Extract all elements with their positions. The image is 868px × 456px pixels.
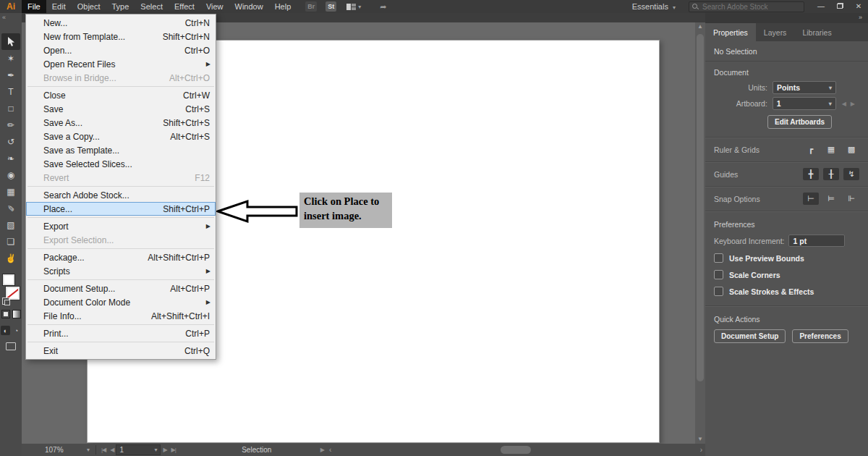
- checkbox-row-scale-corners[interactable]: Scale Corners: [705, 266, 868, 283]
- magic-wand-tool[interactable]: ✶: [1, 50, 20, 67]
- shape-builder-tool[interactable]: ◉: [1, 166, 20, 183]
- color-button[interactable]: [1, 310, 10, 318]
- close-button[interactable]: ✕: [849, 0, 868, 13]
- file-menu-item-save-a-copy[interactable]: Save a Copy...Alt+Ctrl+S: [26, 130, 216, 143]
- menu-object[interactable]: Object: [72, 0, 106, 13]
- pencil-tool[interactable]: ✏: [1, 117, 20, 133]
- file-menu-item-print[interactable]: Print...Ctrl+P: [26, 326, 216, 340]
- pen-tool[interactable]: ✒: [1, 67, 20, 83]
- stock-icon[interactable]: St: [326, 1, 336, 12]
- menu-view[interactable]: View: [200, 0, 229, 13]
- menu-type[interactable]: Type: [106, 0, 135, 13]
- symbol-flourish-tool[interactable]: ❧: [1, 150, 20, 166]
- bridge-icon[interactable]: Br: [305, 1, 317, 12]
- file-menu-item-search-adobe-stock[interactable]: Search Adobe Stock...: [26, 188, 216, 202]
- workspace-selector[interactable]: Essentials ▾: [632, 2, 676, 11]
- file-menu-item-document-color-mode[interactable]: Document Color Mode▶: [26, 295, 216, 309]
- file-menu-item-new[interactable]: New...Ctrl+N: [26, 16, 216, 30]
- snap-to-grid-icon[interactable]: ⊨: [823, 193, 839, 205]
- menu-window[interactable]: Window: [229, 0, 269, 13]
- scroll-down-icon[interactable]: ▼: [697, 435, 703, 444]
- file-menu-item-save-selected-slices[interactable]: Save Selected Slices...: [26, 157, 216, 171]
- selection-tool[interactable]: [1, 33, 20, 50]
- artboard-prev-next-icons[interactable]: ◀▶: [842, 101, 859, 107]
- artboard-tool[interactable]: ❏: [1, 233, 20, 250]
- checkbox-icon[interactable]: [714, 287, 723, 296]
- units-dropdown[interactable]: Points ▾: [773, 81, 836, 94]
- artboard-dropdown[interactable]: 1 ▾: [773, 97, 836, 110]
- file-menu-item-save-as-template[interactable]: Save as Template...: [26, 143, 216, 157]
- file-menu-item-export[interactable]: Export▶: [26, 219, 216, 233]
- eyedropper-tool[interactable]: ✎: [1, 200, 20, 216]
- rotate-tool[interactable]: ↺: [1, 133, 20, 150]
- minimize-button[interactable]: —: [812, 0, 830, 13]
- file-menu-item-close[interactable]: CloseCtrl+W: [26, 88, 216, 102]
- status-menu-arrow-icon[interactable]: ▶: [318, 447, 326, 453]
- share-icon[interactable]: ➦: [380, 2, 386, 12]
- tab-layers[interactable]: Layers: [756, 23, 795, 41]
- fill-swatch-white[interactable]: [2, 274, 15, 286]
- menu-effect[interactable]: Effect: [169, 0, 200, 13]
- symbol-sprayer-tool[interactable]: ▧: [1, 216, 20, 233]
- file-menu-item-save[interactable]: SaveCtrl+S: [26, 102, 216, 116]
- smart-guides-icon[interactable]: ↯: [843, 168, 859, 180]
- adobe-stock-search[interactable]: [689, 1, 804, 12]
- previous-artboard-button[interactable]: ◀: [108, 447, 116, 453]
- vertical-scroll-thumb[interactable]: [697, 34, 704, 381]
- collapse-panel-icon[interactable]: »: [859, 14, 862, 21]
- type-tool[interactable]: T: [1, 83, 20, 100]
- checkbox-row-scale-strokes-effects[interactable]: Scale Strokes & Effects: [705, 283, 868, 300]
- gradient-button[interactable]: [12, 310, 21, 318]
- workspace-switcher-icon[interactable]: [346, 4, 356, 10]
- draw-behind-mode-icon[interactable]: ◔: [12, 326, 21, 335]
- file-menu-item-package[interactable]: Package...Alt+Shift+Ctrl+P: [26, 250, 216, 264]
- checkbox-row-use-preview-bounds[interactable]: Use Preview Bounds: [705, 250, 868, 266]
- edit-artboards-button[interactable]: Edit Artboards: [767, 115, 832, 129]
- file-menu-item-document-setup[interactable]: Document Setup...Alt+Ctrl+P: [26, 282, 216, 295]
- file-menu-item-place[interactable]: Place...Shift+Ctrl+P: [26, 202, 216, 216]
- scroll-up-icon[interactable]: ▲: [697, 22, 703, 31]
- draw-normal-mode-icon[interactable]: ◐: [1, 326, 10, 335]
- vertical-scrollbar[interactable]: ▲ ▼: [695, 22, 705, 444]
- collapse-tools-icon[interactable]: «: [0, 13, 8, 23]
- tab-libraries[interactable]: Libraries: [794, 23, 839, 41]
- first-artboard-button[interactable]: |◀: [99, 447, 108, 453]
- artboard-navigation-dropdown[interactable]: 1 ▾: [116, 444, 161, 455]
- workspace-chevron-icon[interactable]: ▾: [358, 4, 361, 10]
- show-guides-icon[interactable]: ╋: [803, 168, 819, 180]
- hand-tool[interactable]: ✌: [1, 250, 20, 266]
- menu-file[interactable]: File: [22, 0, 46, 13]
- menu-edit[interactable]: Edit: [46, 0, 72, 13]
- zoom-level-dropdown[interactable]: 107% ▾: [42, 445, 93, 455]
- fill-stroke-swatches[interactable]: [2, 274, 20, 300]
- document-setup-button[interactable]: Document Setup: [714, 329, 786, 343]
- lock-guides-icon[interactable]: ╂: [823, 168, 839, 180]
- file-menu-item-scripts[interactable]: Scripts▶: [26, 264, 216, 278]
- checkbox-icon[interactable]: [714, 270, 723, 279]
- column-graph-tool[interactable]: ▦: [1, 183, 20, 200]
- menu-help[interactable]: Help: [269, 0, 297, 13]
- scroll-right-icon[interactable]: ›: [700, 446, 702, 454]
- grid-icon[interactable]: ▦: [823, 143, 839, 156]
- rectangle-tool[interactable]: □: [1, 100, 20, 117]
- screen-mode-icon[interactable]: [6, 342, 16, 350]
- transparency-grid-icon[interactable]: ▩: [843, 143, 859, 156]
- snap-to-point-icon[interactable]: ⊢: [803, 193, 819, 205]
- last-artboard-button[interactable]: ▶|: [169, 447, 178, 453]
- keyboard-increment-input[interactable]: 1 pt: [788, 235, 845, 247]
- file-menu-item-open-recent-files[interactable]: Open Recent Files▶: [26, 57, 216, 71]
- horizontal-scroll-thumb[interactable]: [501, 446, 531, 454]
- tab-properties[interactable]: Properties: [705, 23, 756, 41]
- menu-select[interactable]: Select: [135, 0, 169, 13]
- preferences-button[interactable]: Preferences: [792, 329, 848, 343]
- horizontal-scrollbar[interactable]: [334, 445, 698, 455]
- swap-fill-stroke-icon[interactable]: [2, 297, 9, 305]
- file-menu-item-file-info[interactable]: File Info...Alt+Shift+Ctrl+I: [26, 309, 216, 323]
- corner-ruler-icon[interactable]: ┏: [803, 143, 819, 156]
- search-input[interactable]: [701, 2, 787, 12]
- file-menu-item-open[interactable]: Open...Ctrl+O: [26, 43, 216, 57]
- file-menu-item-new-from-template[interactable]: New from Template...Shift+Ctrl+N: [26, 30, 216, 43]
- vertical-scroll-track[interactable]: [695, 31, 705, 435]
- snap-to-pixel-icon[interactable]: ⊩: [843, 193, 859, 205]
- scroll-left-icon[interactable]: ‹: [329, 446, 331, 454]
